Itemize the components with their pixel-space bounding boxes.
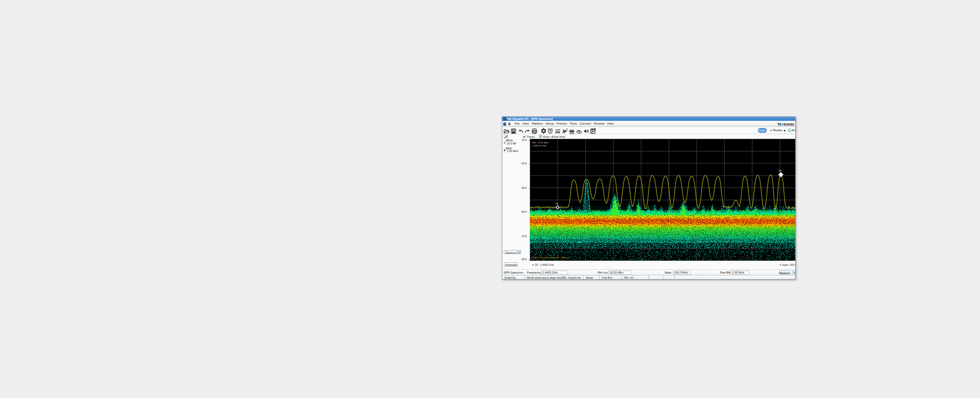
svg-text:Data from warm-up period ... M: Data from warm-up period ... More>> — [533, 256, 569, 258]
svg-text:MR: MR — [778, 169, 781, 172]
svg-text:2.481125 GHz: 2.481125 GHz — [532, 144, 546, 146]
svg-text:M1: M1 — [555, 203, 558, 205]
svg-text:MR: -19.97 dBm: MR: -19.97 dBm — [532, 141, 549, 144]
